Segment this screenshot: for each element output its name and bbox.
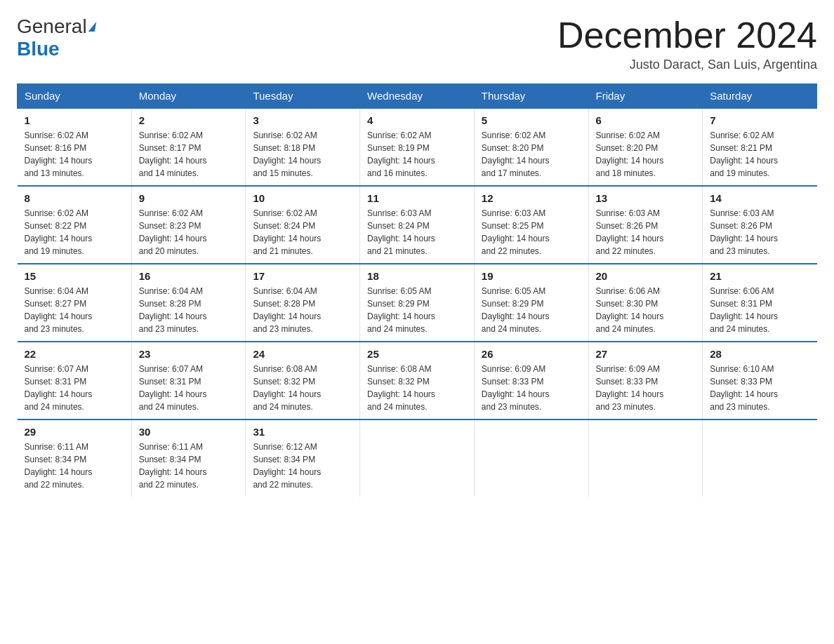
day-info: Sunrise: 6:06 AM Sunset: 8:31 PM Dayligh… (710, 285, 809, 335)
day-info: Sunrise: 6:02 AM Sunset: 8:20 PM Dayligh… (482, 129, 581, 180)
day-info: Sunrise: 6:02 AM Sunset: 8:21 PM Dayligh… (710, 129, 809, 180)
day-number: 27 (596, 348, 696, 360)
day-number: 24 (253, 348, 352, 360)
calendar-cell: 19 Sunrise: 6:05 AM Sunset: 8:29 PM Dayl… (474, 264, 588, 342)
day-info: Sunrise: 6:04 AM Sunset: 8:27 PM Dayligh… (25, 285, 124, 335)
col-saturday: Saturday (703, 84, 817, 109)
day-number: 22 (25, 348, 124, 360)
day-info: Sunrise: 6:02 AM Sunset: 8:20 PM Dayligh… (596, 129, 696, 180)
location: Justo Daract, San Luis, Argentina (557, 58, 817, 72)
day-number: 28 (710, 348, 809, 360)
day-info: Sunrise: 6:03 AM Sunset: 8:24 PM Dayligh… (367, 207, 467, 257)
day-info: Sunrise: 6:05 AM Sunset: 8:29 PM Dayligh… (482, 285, 581, 335)
calendar-cell: 3 Sunrise: 6:02 AM Sunset: 8:18 PM Dayli… (246, 108, 360, 186)
calendar-cell: 17 Sunrise: 6:04 AM Sunset: 8:28 PM Dayl… (246, 264, 360, 342)
calendar-cell (360, 420, 475, 497)
day-info: Sunrise: 6:02 AM Sunset: 8:18 PM Dayligh… (253, 129, 352, 180)
calendar-cell (588, 420, 703, 497)
calendar-cell: 16 Sunrise: 6:04 AM Sunset: 8:28 PM Dayl… (131, 264, 246, 342)
calendar-cell: 6 Sunrise: 6:02 AM Sunset: 8:20 PM Dayli… (588, 108, 703, 186)
day-info: Sunrise: 6:11 AM Sunset: 8:34 PM Dayligh… (139, 441, 239, 491)
calendar-cell: 13 Sunrise: 6:03 AM Sunset: 8:26 PM Dayl… (588, 186, 703, 264)
calendar-cell: 7 Sunrise: 6:02 AM Sunset: 8:21 PM Dayli… (703, 108, 817, 186)
calendar-cell: 1 Sunrise: 6:02 AM Sunset: 8:16 PM Dayli… (18, 108, 132, 186)
day-number: 5 (482, 114, 581, 126)
col-thursday: Thursday (474, 84, 588, 109)
day-number: 29 (25, 426, 124, 438)
day-info: Sunrise: 6:04 AM Sunset: 8:28 PM Dayligh… (253, 285, 352, 335)
day-info: Sunrise: 6:02 AM Sunset: 8:22 PM Dayligh… (25, 207, 124, 257)
calendar-cell: 18 Sunrise: 6:05 AM Sunset: 8:29 PM Dayl… (360, 264, 475, 342)
calendar-cell: 27 Sunrise: 6:09 AM Sunset: 8:33 PM Dayl… (588, 342, 703, 420)
calendar-cell: 29 Sunrise: 6:11 AM Sunset: 8:34 PM Dayl… (18, 420, 132, 497)
month-title: December 2024 (557, 17, 817, 53)
calendar-cell: 5 Sunrise: 6:02 AM Sunset: 8:20 PM Dayli… (474, 108, 588, 186)
day-number: 4 (367, 114, 467, 126)
day-info: Sunrise: 6:02 AM Sunset: 8:24 PM Dayligh… (253, 207, 352, 257)
day-number: 12 (482, 192, 581, 204)
calendar-cell: 8 Sunrise: 6:02 AM Sunset: 8:22 PM Dayli… (18, 186, 132, 264)
calendar-cell (474, 420, 588, 497)
logo-blue-text: Blue (17, 38, 60, 60)
day-info: Sunrise: 6:04 AM Sunset: 8:28 PM Dayligh… (139, 285, 239, 335)
day-number: 17 (253, 270, 352, 282)
day-number: 19 (482, 270, 581, 282)
logo-triangle (88, 22, 95, 32)
calendar-week-5: 29 Sunrise: 6:11 AM Sunset: 8:34 PM Dayl… (18, 420, 817, 497)
day-number: 26 (482, 348, 581, 360)
calendar-cell: 31 Sunrise: 6:12 AM Sunset: 8:34 PM Dayl… (246, 420, 360, 497)
day-info: Sunrise: 6:11 AM Sunset: 8:34 PM Dayligh… (25, 441, 124, 491)
page-header: General Blue December 2024 Justo Daract,… (17, 17, 817, 72)
day-number: 6 (596, 114, 696, 126)
day-number: 2 (139, 114, 239, 126)
calendar-cell: 23 Sunrise: 6:07 AM Sunset: 8:31 PM Dayl… (131, 342, 246, 420)
day-info: Sunrise: 6:09 AM Sunset: 8:33 PM Dayligh… (482, 363, 581, 413)
calendar-cell: 11 Sunrise: 6:03 AM Sunset: 8:24 PM Dayl… (360, 186, 475, 264)
calendar-week-4: 22 Sunrise: 6:07 AM Sunset: 8:31 PM Dayl… (18, 342, 817, 420)
day-number: 10 (253, 192, 352, 204)
day-info: Sunrise: 6:05 AM Sunset: 8:29 PM Dayligh… (367, 285, 467, 335)
day-info: Sunrise: 6:09 AM Sunset: 8:33 PM Dayligh… (596, 363, 696, 413)
day-info: Sunrise: 6:03 AM Sunset: 8:25 PM Dayligh… (482, 207, 581, 257)
calendar-week-2: 8 Sunrise: 6:02 AM Sunset: 8:22 PM Dayli… (18, 186, 817, 264)
day-number: 31 (253, 426, 352, 438)
day-info: Sunrise: 6:06 AM Sunset: 8:30 PM Dayligh… (596, 285, 696, 335)
day-info: Sunrise: 6:02 AM Sunset: 8:16 PM Dayligh… (25, 129, 124, 180)
day-info: Sunrise: 6:03 AM Sunset: 8:26 PM Dayligh… (596, 207, 696, 257)
calendar-table: Sunday Monday Tuesday Wednesday Thursday… (17, 83, 817, 497)
day-info: Sunrise: 6:08 AM Sunset: 8:32 PM Dayligh… (367, 363, 467, 413)
logo-text: General (17, 17, 96, 36)
calendar-cell: 2 Sunrise: 6:02 AM Sunset: 8:17 PM Dayli… (131, 108, 246, 186)
day-info: Sunrise: 6:07 AM Sunset: 8:31 PM Dayligh… (139, 363, 239, 413)
title-block: December 2024 Justo Daract, San Luis, Ar… (557, 17, 817, 72)
day-info: Sunrise: 6:07 AM Sunset: 8:31 PM Dayligh… (25, 363, 124, 413)
day-number: 18 (367, 270, 467, 282)
day-number: 20 (596, 270, 696, 282)
calendar-cell: 12 Sunrise: 6:03 AM Sunset: 8:25 PM Dayl… (474, 186, 588, 264)
day-info: Sunrise: 6:02 AM Sunset: 8:19 PM Dayligh… (367, 129, 467, 180)
day-info: Sunrise: 6:02 AM Sunset: 8:17 PM Dayligh… (139, 129, 239, 180)
calendar-cell: 26 Sunrise: 6:09 AM Sunset: 8:33 PM Dayl… (474, 342, 588, 420)
calendar-week-1: 1 Sunrise: 6:02 AM Sunset: 8:16 PM Dayli… (18, 108, 817, 186)
day-number: 7 (710, 114, 809, 126)
calendar-cell: 22 Sunrise: 6:07 AM Sunset: 8:31 PM Dayl… (18, 342, 132, 420)
day-number: 15 (25, 270, 124, 282)
calendar-cell: 28 Sunrise: 6:10 AM Sunset: 8:33 PM Dayl… (703, 342, 817, 420)
day-number: 30 (139, 426, 239, 438)
day-info: Sunrise: 6:12 AM Sunset: 8:34 PM Dayligh… (253, 441, 352, 491)
day-number: 16 (139, 270, 239, 282)
day-number: 23 (139, 348, 239, 360)
day-info: Sunrise: 6:10 AM Sunset: 8:33 PM Dayligh… (710, 363, 809, 413)
calendar-cell: 30 Sunrise: 6:11 AM Sunset: 8:34 PM Dayl… (131, 420, 246, 497)
day-info: Sunrise: 6:02 AM Sunset: 8:23 PM Dayligh… (139, 207, 239, 257)
calendar-cell: 20 Sunrise: 6:06 AM Sunset: 8:30 PM Dayl… (588, 264, 703, 342)
col-monday: Monday (131, 84, 246, 109)
day-number: 11 (367, 192, 467, 204)
logo: General Blue (17, 17, 96, 60)
col-tuesday: Tuesday (246, 84, 360, 109)
calendar-cell: 24 Sunrise: 6:08 AM Sunset: 8:32 PM Dayl… (246, 342, 360, 420)
day-number: 21 (710, 270, 809, 282)
day-number: 14 (710, 192, 809, 204)
calendar-cell (703, 420, 817, 497)
calendar-cell: 10 Sunrise: 6:02 AM Sunset: 8:24 PM Dayl… (246, 186, 360, 264)
